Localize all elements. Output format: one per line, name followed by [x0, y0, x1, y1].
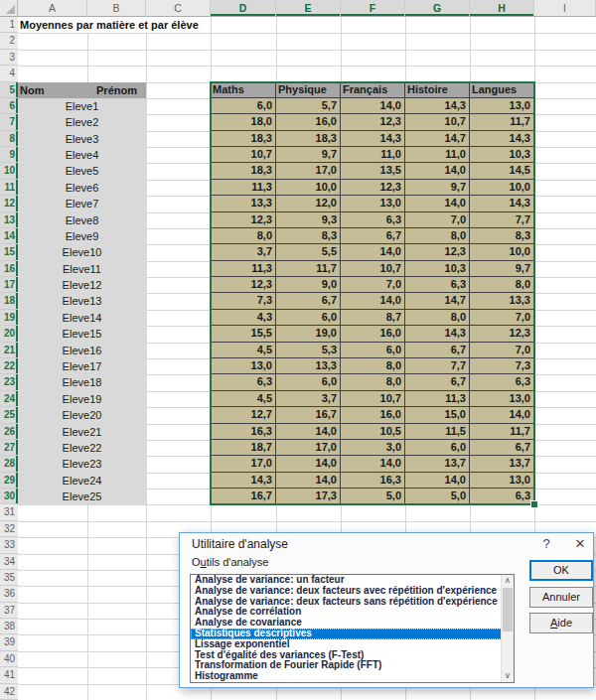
row-header-40[interactable]: 40: [0, 651, 18, 667]
row-header-4[interactable]: 4: [0, 66, 18, 81]
row-header-1[interactable]: 1: [0, 17, 18, 33]
column-header-H[interactable]: H: [470, 0, 534, 17]
grade-header-Histoire[interactable]: Histoire: [405, 82, 470, 98]
column-header-G[interactable]: G: [405, 0, 470, 17]
row-header-42[interactable]: 42: [0, 684, 18, 700]
cell-student-Eleve11[interactable]: Eleve11: [18, 261, 146, 277]
cell-grade[interactable]: 12,3: [470, 326, 534, 342]
cell-grade[interactable]: 19,0: [276, 326, 341, 342]
cell-grade[interactable]: 14,0: [341, 98, 405, 114]
cell-grade[interactable]: 12,0: [276, 196, 341, 211]
row-header-10[interactable]: 10: [0, 163, 18, 179]
cell-grade[interactable]: 17,3: [276, 489, 341, 504]
row-header-11[interactable]: 11: [0, 180, 18, 196]
cell-grade[interactable]: 16,0: [276, 114, 341, 130]
cell-grade[interactable]: 14,0: [341, 456, 405, 472]
cell-grade[interactable]: 13,5: [341, 163, 405, 179]
row-header-31[interactable]: 31: [0, 504, 18, 520]
cell-student-Eleve1[interactable]: Eleve1: [18, 98, 146, 114]
analysis-tools-listbox[interactable]: Analyse de variance: un facteurAnalyse d…: [190, 574, 515, 683]
cell-grade[interactable]: 6,7: [405, 343, 470, 358]
row-header-35[interactable]: 35: [0, 570, 18, 586]
cell-grade[interactable]: 11,7: [470, 114, 534, 130]
column-header-D[interactable]: D: [211, 0, 276, 17]
cell-student-Eleve14[interactable]: Eleve14: [18, 310, 146, 326]
cell-grade[interactable]: 14,0: [341, 244, 405, 260]
cell-student-Eleve6[interactable]: Eleve6: [18, 180, 146, 196]
cell-grade[interactable]: 14,5: [470, 163, 534, 179]
cell-student-Eleve2[interactable]: Eleve2: [18, 114, 146, 130]
row-header-22[interactable]: 22: [0, 358, 18, 374]
cell-grade[interactable]: 18,0: [211, 114, 276, 130]
cell-grade[interactable]: 11,0: [341, 147, 405, 163]
fill-handle[interactable]: [530, 500, 538, 508]
row-header-8[interactable]: 8: [0, 131, 18, 147]
cell-grade[interactable]: 7,0: [470, 343, 534, 358]
tool-item[interactable]: Histogramme: [191, 671, 514, 682]
tool-item[interactable]: Test d'égalité des variances (F-Test): [191, 650, 514, 661]
tool-item[interactable]: Analyse de covariance: [191, 618, 514, 629]
cell-grade[interactable]: 9,7: [470, 261, 534, 277]
cell-student-Eleve3[interactable]: Eleve3: [18, 131, 146, 147]
cell-grade[interactable]: 6,3: [405, 277, 470, 293]
tool-item[interactable]: Analyse de variance: deux facteurs avec …: [191, 586, 514, 597]
row-header-17[interactable]: 17: [0, 277, 18, 293]
cell-grade[interactable]: 13,7: [405, 456, 470, 472]
cell-grade[interactable]: 14,3: [470, 196, 534, 211]
row-header-38[interactable]: 38: [0, 619, 18, 634]
cell-grade[interactable]: 14,3: [405, 326, 470, 342]
cell-grade[interactable]: 11,0: [405, 147, 470, 163]
row-header-33[interactable]: 33: [0, 537, 18, 553]
scroll-down-icon[interactable]: ∨: [502, 670, 514, 682]
cell-grade[interactable]: 5,0: [405, 489, 470, 504]
cell-grade[interactable]: 7,0: [341, 277, 405, 293]
cell-grade[interactable]: 12,3: [211, 212, 276, 228]
row-header-5[interactable]: 5: [0, 82, 18, 98]
cell-grade[interactable]: 12,3: [341, 114, 405, 130]
cell-grade[interactable]: 12,3: [405, 244, 470, 260]
cell-student-Eleve10[interactable]: Eleve10: [18, 244, 146, 260]
cell-grade[interactable]: 7,3: [211, 293, 276, 309]
cell-grade[interactable]: 6,0: [341, 343, 405, 358]
cell-grade[interactable]: 12,7: [211, 407, 276, 423]
cell-grade[interactable]: 11,3: [405, 391, 470, 407]
cell-grade[interactable]: 10,7: [211, 147, 276, 163]
cell-student-Eleve8[interactable]: Eleve8: [18, 212, 146, 228]
grade-header-Maths[interactable]: Maths: [211, 82, 276, 98]
cell-grade[interactable]: 13,0: [470, 473, 534, 489]
cell-grade[interactable]: 6,3: [341, 212, 405, 228]
scrollbar-thumb[interactable]: [503, 588, 513, 631]
close-icon[interactable]: ✕: [567, 535, 593, 553]
cell-grade[interactable]: 6,7: [405, 374, 470, 390]
cell-grade[interactable]: 10,0: [470, 244, 534, 260]
row-header-29[interactable]: 29: [0, 473, 18, 489]
row-header-24[interactable]: 24: [0, 391, 18, 407]
row-header-37[interactable]: 37: [0, 603, 18, 619]
tool-item[interactable]: Analyse de variance: un facteur: [191, 575, 514, 586]
cell-grade[interactable]: 17,0: [276, 163, 341, 179]
cell-grade[interactable]: 11,7: [276, 261, 341, 277]
cell-student-Eleve5[interactable]: Eleve5: [18, 163, 146, 179]
cell-grade[interactable]: 13,3: [276, 358, 341, 374]
cell-grade[interactable]: 17,0: [211, 456, 276, 472]
cell-grade[interactable]: 8,7: [341, 310, 405, 326]
cell-grade[interactable]: 8,3: [470, 228, 534, 244]
cell-grade[interactable]: 10,0: [470, 180, 534, 196]
cell-grade[interactable]: 18,3: [211, 163, 276, 179]
cell-grade[interactable]: 3,0: [341, 440, 405, 456]
row-header-19[interactable]: 19: [0, 310, 18, 326]
cell-title[interactable]: Moyennes par matière et par élève: [18, 17, 211, 33]
cell-grade[interactable]: 8,0: [341, 358, 405, 374]
cell-grade[interactable]: 14,0: [405, 196, 470, 211]
select-all-corner[interactable]: [0, 0, 18, 17]
cell-grade[interactable]: 16,0: [341, 407, 405, 423]
cell-grade[interactable]: 16,7: [211, 489, 276, 504]
cell-grade[interactable]: 15,5: [211, 326, 276, 342]
cell-grade[interactable]: 14,3: [211, 473, 276, 489]
cancel-button[interactable]: Annuler: [529, 587, 593, 608]
cell-grade[interactable]: 8,3: [276, 228, 341, 244]
cell-grade[interactable]: 10,3: [405, 261, 470, 277]
cell-grade[interactable]: 16,3: [341, 473, 405, 489]
row-header-39[interactable]: 39: [0, 634, 18, 650]
cell-grade[interactable]: 11,3: [211, 180, 276, 196]
